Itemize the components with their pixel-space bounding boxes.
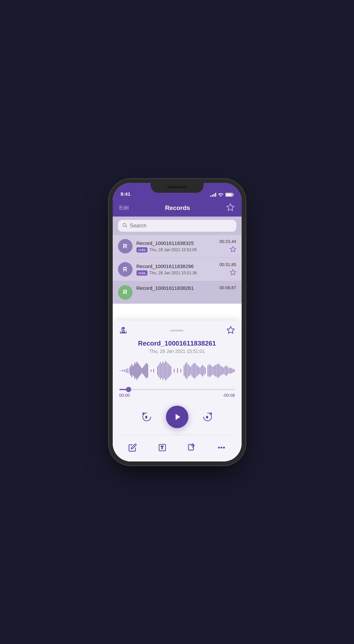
- avatar: R: [118, 262, 133, 277]
- wifi-icon: [218, 193, 223, 197]
- search-icon: [122, 222, 127, 229]
- table-row[interactable]: R Record_10001611838261 00:08,87: [113, 281, 242, 304]
- svg-text:5: 5: [206, 416, 208, 419]
- record-info: Record_10001611838261: [137, 285, 216, 292]
- status-time: 9:41: [121, 191, 131, 197]
- record-right: 00:23,44: [219, 239, 236, 254]
- search-input-wrap[interactable]: [118, 220, 236, 232]
- svg-point-97: [218, 447, 219, 448]
- signal-icon: [210, 193, 216, 197]
- avatar: R: [118, 239, 133, 254]
- more-button[interactable]: [214, 440, 229, 455]
- current-time: 00:00: [119, 393, 130, 398]
- speaker: [167, 186, 187, 188]
- notch: [151, 183, 204, 193]
- player-favorite-button[interactable]: [226, 326, 235, 336]
- svg-rect-1: [226, 193, 232, 196]
- record-duration: 00:23,44: [219, 239, 236, 244]
- page-title: Records: [165, 204, 190, 212]
- record-name: Record_10001611838261: [137, 285, 216, 291]
- records-list: R Record_10001611838325 m4a Thu, 28 Jan …: [113, 235, 242, 304]
- skip-back-button[interactable]: 5: [139, 410, 154, 424]
- table-row[interactable]: R Record_10001611838325 m4a Thu, 28 Jan …: [113, 235, 242, 258]
- battery-icon: [225, 193, 234, 197]
- progress-thumb[interactable]: [126, 387, 131, 392]
- svg-marker-6: [230, 246, 236, 252]
- svg-point-99: [223, 447, 224, 448]
- avatar: R: [118, 285, 133, 300]
- controls-row: 5 5: [113, 403, 242, 435]
- player-sheet: Record_10001611838261 Thu, 28 Jan 2021 1…: [113, 321, 242, 461]
- share-button[interactable]: [119, 326, 127, 335]
- record-name: Record_10001611838296: [137, 263, 216, 269]
- progress-track: [119, 389, 235, 390]
- progress-container[interactable]: [113, 389, 242, 390]
- record-tag: m4a: [137, 247, 147, 253]
- record-date: Thu, 28 Jan 2021 15:51:36: [149, 271, 197, 275]
- record-date: Thu, 28 Jan 2021 15:52:05: [149, 248, 197, 252]
- record-favorite-button[interactable]: [230, 269, 236, 277]
- record-duration: 00:08,87: [219, 285, 236, 290]
- svg-marker-3: [227, 204, 234, 211]
- record-tag: m4a: [137, 270, 147, 276]
- status-icons: [210, 193, 234, 197]
- record-right: 00:08,87: [219, 285, 236, 290]
- svg-marker-7: [230, 269, 236, 275]
- toolbar-divider: [119, 435, 235, 435]
- transcribe-button[interactable]: T: [155, 440, 170, 455]
- record-meta: m4a Thu, 28 Jan 2021 15:52:05: [137, 247, 216, 253]
- record-info: Record_10001611838325 m4a Thu, 28 Jan 20…: [137, 240, 216, 253]
- waveform-container[interactable]: [113, 359, 242, 384]
- waveform: [118, 359, 236, 382]
- edit-button[interactable]: Edit: [119, 205, 129, 211]
- player-date: Thu, 28 Jan 2021 15:51:01: [113, 349, 242, 354]
- record-info: Record_10001611838296 m4a Thu, 28 Jan 20…: [137, 263, 216, 276]
- table-row[interactable]: R Record_10001611838296 m4a Thu, 28 Jan …: [113, 258, 242, 281]
- player-title: Record_10001611838261: [113, 338, 242, 349]
- app-header: Edit Records: [113, 199, 242, 217]
- sheet-drag-handle[interactable]: [170, 330, 183, 331]
- svg-rect-2: [233, 194, 234, 195]
- play-button[interactable]: [166, 406, 188, 428]
- svg-marker-8: [227, 326, 234, 333]
- edit-button[interactable]: [125, 440, 140, 455]
- record-duration: 00:31,85: [219, 262, 236, 267]
- phone-frame: 9:41 Edit Records: [113, 183, 242, 461]
- share-edit-button[interactable]: [184, 440, 199, 455]
- favorite-button[interactable]: [226, 203, 235, 213]
- skip-forward-button[interactable]: 5: [200, 410, 215, 424]
- toolbar-row: T: [113, 440, 242, 455]
- svg-marker-90: [176, 414, 180, 420]
- svg-point-98: [221, 447, 222, 448]
- remaining-time: -00:08: [223, 393, 235, 398]
- time-row: 00:00 -00:08: [113, 391, 242, 399]
- record-name: Record_10001611838325: [137, 240, 216, 246]
- svg-line-5: [126, 226, 127, 227]
- svg-text:5: 5: [145, 416, 147, 419]
- search-bar-container: [113, 217, 242, 235]
- sheet-handle-row: [113, 321, 242, 338]
- record-favorite-button[interactable]: [230, 246, 236, 254]
- svg-text:T: T: [161, 445, 163, 450]
- record-right: 00:31,85: [219, 262, 236, 277]
- search-input[interactable]: [130, 223, 232, 229]
- record-meta: m4a Thu, 28 Jan 2021 15:51:36: [137, 270, 216, 276]
